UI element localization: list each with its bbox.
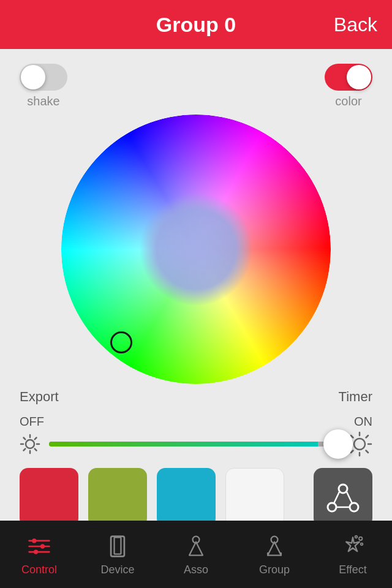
svg-line-7 bbox=[35, 438, 37, 440]
brightness-section: OFF ON bbox=[20, 415, 372, 457]
swatch-olive[interactable] bbox=[88, 468, 147, 527]
off-label: OFF bbox=[20, 415, 44, 429]
shake-label: shake bbox=[27, 94, 59, 108]
slider-thumb[interactable] bbox=[323, 429, 353, 459]
network-icon-button[interactable] bbox=[314, 468, 372, 527]
asso-icon bbox=[183, 533, 209, 560]
svg-rect-31 bbox=[115, 537, 121, 554]
off-on-row: OFF ON bbox=[20, 415, 372, 429]
svg-point-27 bbox=[32, 538, 36, 543]
effect-icon bbox=[339, 533, 366, 560]
svg-line-6 bbox=[35, 449, 37, 451]
back-button[interactable]: Back bbox=[334, 13, 377, 36]
nav-label-effect: Effect bbox=[339, 564, 367, 576]
nav-item-control[interactable]: Control bbox=[2, 533, 76, 576]
brightness-slider-wrapper bbox=[20, 431, 372, 457]
svg-rect-30 bbox=[111, 536, 124, 556]
shake-toggle-group: shake bbox=[20, 64, 67, 108]
bottom-nav: Control Device Asso bbox=[0, 521, 392, 588]
page-title: Group 0 bbox=[156, 13, 236, 37]
svg-point-18 bbox=[339, 484, 347, 493]
export-timer-row: Export Timer bbox=[20, 389, 372, 405]
svg-point-19 bbox=[328, 503, 336, 511]
svg-point-28 bbox=[40, 544, 45, 548]
nav-label-device: Device bbox=[100, 564, 134, 576]
nav-label-group: Group bbox=[259, 564, 290, 576]
nav-item-device[interactable]: Device bbox=[81, 533, 154, 576]
brightness-slider[interactable] bbox=[49, 442, 338, 447]
swatches-row bbox=[20, 468, 372, 527]
svg-point-39 bbox=[361, 543, 363, 545]
color-toggle-group: color bbox=[325, 64, 372, 108]
nav-item-asso[interactable]: Asso bbox=[159, 533, 233, 576]
swatch-white[interactable] bbox=[225, 468, 284, 527]
color-selector-handle[interactable] bbox=[110, 331, 132, 353]
svg-line-5 bbox=[24, 438, 26, 440]
nav-label-control: Control bbox=[21, 564, 57, 576]
swatch-cyan[interactable] bbox=[157, 468, 216, 527]
slider-fill bbox=[49, 442, 318, 447]
color-wheel[interactable] bbox=[61, 115, 331, 384]
swatch-red[interactable] bbox=[20, 468, 78, 527]
shake-toggle[interactable] bbox=[20, 64, 67, 91]
svg-point-40 bbox=[355, 535, 358, 538]
timer-button[interactable]: Timer bbox=[339, 389, 372, 405]
device-icon bbox=[104, 533, 131, 560]
color-label: color bbox=[335, 94, 361, 108]
color-toggle-knob bbox=[347, 65, 371, 89]
svg-line-8 bbox=[24, 449, 26, 451]
svg-line-22 bbox=[347, 492, 352, 503]
color-wheel-container[interactable] bbox=[20, 115, 372, 384]
svg-point-38 bbox=[359, 537, 362, 540]
svg-point-29 bbox=[34, 549, 38, 554]
export-button[interactable]: Export bbox=[20, 389, 59, 405]
color-toggle[interactable] bbox=[325, 64, 372, 91]
sun-small-icon bbox=[20, 434, 40, 454]
group-icon bbox=[261, 533, 288, 560]
svg-point-20 bbox=[350, 503, 358, 511]
nav-item-effect[interactable]: Effect bbox=[316, 533, 390, 576]
svg-point-9 bbox=[354, 439, 365, 450]
svg-point-0 bbox=[26, 440, 34, 448]
toggle-row: shake color bbox=[20, 64, 372, 108]
shake-toggle-knob bbox=[21, 65, 45, 89]
on-label: ON bbox=[354, 415, 372, 429]
control-icon bbox=[26, 533, 53, 560]
nav-item-group[interactable]: Group bbox=[238, 533, 311, 576]
svg-line-17 bbox=[351, 451, 353, 453]
svg-line-16 bbox=[366, 435, 369, 438]
svg-line-15 bbox=[366, 451, 369, 453]
nav-label-asso: Asso bbox=[184, 564, 208, 576]
svg-line-21 bbox=[334, 492, 339, 503]
network-graph-icon bbox=[325, 479, 361, 516]
main-content: shake color Export Timer OFF ON bbox=[0, 49, 392, 527]
header: Group 0 Back bbox=[0, 0, 392, 49]
